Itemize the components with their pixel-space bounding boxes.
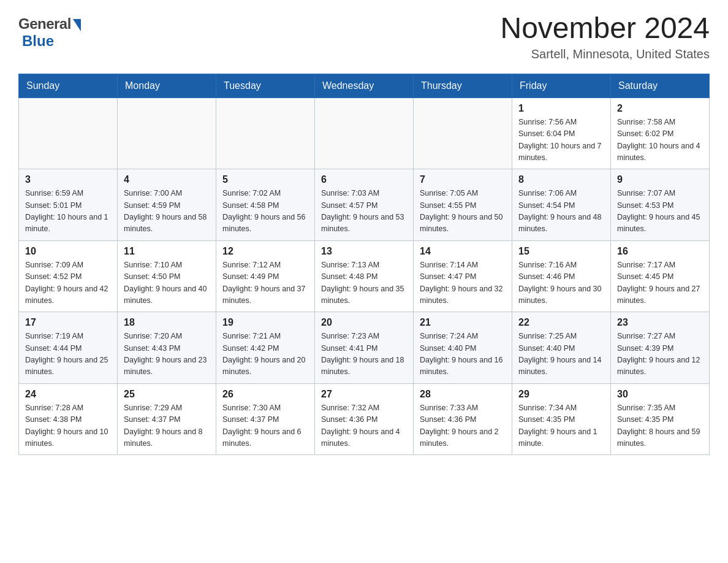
day-info: Sunrise: 7:25 AM Sunset: 4:40 PM Dayligh…: [518, 331, 604, 378]
day-info: Sunrise: 7:34 AM Sunset: 4:35 PM Dayligh…: [518, 402, 604, 450]
day-info: Sunrise: 7:03 AM Sunset: 4:57 PM Dayligh…: [321, 188, 407, 236]
table-row: 26Sunrise: 7:30 AM Sunset: 4:37 PM Dayli…: [216, 383, 315, 455]
logo: General Blue: [18, 12, 81, 50]
table-row: 1Sunrise: 7:56 AM Sunset: 6:04 PM Daylig…: [512, 98, 611, 169]
table-row: 21Sunrise: 7:24 AM Sunset: 4:40 PM Dayli…: [414, 312, 512, 384]
day-number: 11: [124, 246, 210, 257]
table-row: 11Sunrise: 7:10 AM Sunset: 4:50 PM Dayli…: [118, 240, 216, 312]
calendar-week-row: 1Sunrise: 7:56 AM Sunset: 6:04 PM Daylig…: [19, 98, 710, 169]
calendar-header-row: Sunday Monday Tuesday Wednesday Thursday…: [19, 74, 710, 98]
title-section: November 2024 Sartell, Minnesota, United…: [500, 12, 710, 61]
table-row: 29Sunrise: 7:34 AM Sunset: 4:35 PM Dayli…: [512, 383, 611, 455]
day-info: Sunrise: 7:02 AM Sunset: 4:58 PM Dayligh…: [222, 188, 308, 236]
day-number: 17: [25, 317, 111, 328]
day-info: Sunrise: 7:27 AM Sunset: 4:39 PM Dayligh…: [617, 331, 703, 378]
col-tuesday: Tuesday: [216, 74, 315, 98]
table-row: [414, 98, 512, 169]
table-row: 12Sunrise: 7:12 AM Sunset: 4:49 PM Dayli…: [216, 240, 315, 312]
day-info: Sunrise: 7:21 AM Sunset: 4:42 PM Dayligh…: [222, 331, 308, 378]
day-info: Sunrise: 7:00 AM Sunset: 4:59 PM Dayligh…: [124, 188, 210, 236]
day-number: 22: [518, 317, 604, 328]
calendar-table: Sunday Monday Tuesday Wednesday Thursday…: [18, 74, 710, 456]
table-row: 18Sunrise: 7:20 AM Sunset: 4:43 PM Dayli…: [118, 312, 216, 384]
day-number: 6: [321, 174, 407, 185]
day-info: Sunrise: 7:07 AM Sunset: 4:53 PM Dayligh…: [617, 188, 703, 236]
col-friday: Friday: [512, 74, 611, 98]
day-info: Sunrise: 7:10 AM Sunset: 4:50 PM Dayligh…: [124, 259, 210, 307]
day-info: Sunrise: 7:29 AM Sunset: 4:37 PM Dayligh…: [124, 402, 210, 450]
day-number: 30: [617, 389, 703, 400]
page-header: General Blue November 2024 Sartell, Minn…: [18, 12, 710, 61]
table-row: 25Sunrise: 7:29 AM Sunset: 4:37 PM Dayli…: [118, 383, 216, 455]
day-info: Sunrise: 7:05 AM Sunset: 4:55 PM Dayligh…: [420, 188, 506, 236]
day-number: 9: [617, 174, 703, 185]
table-row: 15Sunrise: 7:16 AM Sunset: 4:46 PM Dayli…: [512, 240, 611, 312]
table-row: 30Sunrise: 7:35 AM Sunset: 4:35 PM Dayli…: [611, 383, 710, 455]
table-row: [216, 98, 315, 169]
table-row: [19, 98, 118, 169]
table-row: 5Sunrise: 7:02 AM Sunset: 4:58 PM Daylig…: [216, 169, 315, 241]
col-wednesday: Wednesday: [315, 74, 414, 98]
day-number: 24: [25, 389, 111, 400]
subtitle: Sartell, Minnesota, United States: [500, 47, 710, 61]
day-info: Sunrise: 7:12 AM Sunset: 4:49 PM Dayligh…: [222, 259, 308, 307]
day-info: Sunrise: 7:13 AM Sunset: 4:48 PM Dayligh…: [321, 259, 407, 307]
table-row: 19Sunrise: 7:21 AM Sunset: 4:42 PM Dayli…: [216, 312, 315, 384]
day-number: 13: [321, 246, 407, 257]
day-number: 4: [124, 174, 210, 185]
logo-blue-text: Blue: [22, 33, 81, 50]
day-info: Sunrise: 7:20 AM Sunset: 4:43 PM Dayligh…: [124, 331, 210, 378]
day-info: Sunrise: 7:35 AM Sunset: 4:35 PM Dayligh…: [617, 402, 703, 450]
col-thursday: Thursday: [414, 74, 512, 98]
day-number: 15: [518, 246, 604, 257]
day-number: 8: [518, 174, 604, 185]
day-info: Sunrise: 7:16 AM Sunset: 4:46 PM Dayligh…: [518, 259, 604, 307]
day-info: Sunrise: 7:06 AM Sunset: 4:54 PM Dayligh…: [518, 188, 604, 236]
table-row: 24Sunrise: 7:28 AM Sunset: 4:38 PM Dayli…: [19, 383, 118, 455]
table-row: 2Sunrise: 7:58 AM Sunset: 6:02 PM Daylig…: [611, 98, 710, 169]
table-row: 27Sunrise: 7:32 AM Sunset: 4:36 PM Dayli…: [315, 383, 414, 455]
table-row: 14Sunrise: 7:14 AM Sunset: 4:47 PM Dayli…: [414, 240, 512, 312]
logo-general-text: General: [18, 15, 71, 33]
table-row: 20Sunrise: 7:23 AM Sunset: 4:41 PM Dayli…: [315, 312, 414, 384]
day-info: Sunrise: 6:59 AM Sunset: 5:01 PM Dayligh…: [25, 188, 111, 236]
table-row: 22Sunrise: 7:25 AM Sunset: 4:40 PM Dayli…: [512, 312, 611, 384]
day-number: 28: [420, 389, 506, 400]
day-info: Sunrise: 7:58 AM Sunset: 6:02 PM Dayligh…: [617, 117, 703, 164]
table-row: 3Sunrise: 6:59 AM Sunset: 5:01 PM Daylig…: [19, 169, 118, 241]
day-number: 5: [222, 174, 308, 185]
table-row: 28Sunrise: 7:33 AM Sunset: 4:36 PM Dayli…: [414, 383, 512, 455]
day-number: 2: [617, 103, 703, 114]
day-number: 10: [25, 246, 111, 257]
day-number: 20: [321, 317, 407, 328]
table-row: [118, 98, 216, 169]
day-info: Sunrise: 7:28 AM Sunset: 4:38 PM Dayligh…: [25, 402, 111, 450]
day-info: Sunrise: 7:17 AM Sunset: 4:45 PM Dayligh…: [617, 259, 703, 307]
col-monday: Monday: [118, 74, 216, 98]
table-row: 8Sunrise: 7:06 AM Sunset: 4:54 PM Daylig…: [512, 169, 611, 241]
table-row: [315, 98, 414, 169]
day-number: 1: [518, 103, 604, 114]
day-number: 29: [518, 389, 604, 400]
calendar-week-row: 24Sunrise: 7:28 AM Sunset: 4:38 PM Dayli…: [19, 383, 710, 455]
table-row: 16Sunrise: 7:17 AM Sunset: 4:45 PM Dayli…: [611, 240, 710, 312]
day-info: Sunrise: 7:14 AM Sunset: 4:47 PM Dayligh…: [420, 259, 506, 307]
col-saturday: Saturday: [611, 74, 710, 98]
table-row: 13Sunrise: 7:13 AM Sunset: 4:48 PM Dayli…: [315, 240, 414, 312]
calendar-week-row: 10Sunrise: 7:09 AM Sunset: 4:52 PM Dayli…: [19, 240, 710, 312]
table-row: 6Sunrise: 7:03 AM Sunset: 4:57 PM Daylig…: [315, 169, 414, 241]
table-row: 23Sunrise: 7:27 AM Sunset: 4:39 PM Dayli…: [611, 312, 710, 384]
table-row: 4Sunrise: 7:00 AM Sunset: 4:59 PM Daylig…: [118, 169, 216, 241]
table-row: 10Sunrise: 7:09 AM Sunset: 4:52 PM Dayli…: [19, 240, 118, 312]
day-number: 27: [321, 389, 407, 400]
logo-triangle-icon: [73, 19, 81, 31]
day-info: Sunrise: 7:30 AM Sunset: 4:37 PM Dayligh…: [222, 402, 308, 450]
day-number: 18: [124, 317, 210, 328]
day-info: Sunrise: 7:56 AM Sunset: 6:04 PM Dayligh…: [518, 117, 604, 164]
day-number: 7: [420, 174, 506, 185]
day-info: Sunrise: 7:33 AM Sunset: 4:36 PM Dayligh…: [420, 402, 506, 450]
day-info: Sunrise: 7:19 AM Sunset: 4:44 PM Dayligh…: [25, 331, 111, 378]
day-info: Sunrise: 7:09 AM Sunset: 4:52 PM Dayligh…: [25, 259, 111, 307]
day-number: 25: [124, 389, 210, 400]
table-row: 7Sunrise: 7:05 AM Sunset: 4:55 PM Daylig…: [414, 169, 512, 241]
